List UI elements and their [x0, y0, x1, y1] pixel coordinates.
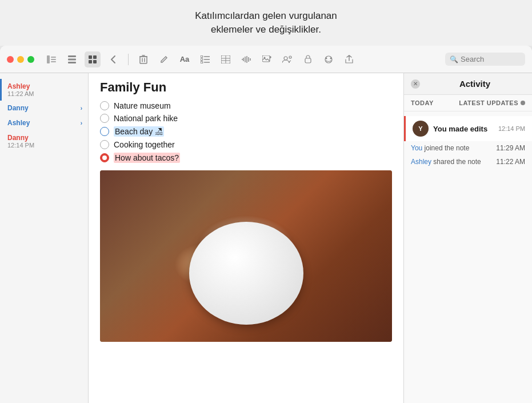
svg-point-35 — [289, 56, 291, 58]
svg-rect-8 — [93, 55, 97, 59]
sidebar-toggle-button[interactable] — [43, 51, 59, 67]
back-button[interactable] — [105, 51, 121, 67]
share-button[interactable] — [341, 51, 357, 67]
grid-view-button[interactable] — [85, 51, 101, 67]
svg-rect-0 — [47, 55, 50, 63]
svg-rect-7 — [89, 55, 92, 59]
activity-sub-name-1: You — [411, 144, 422, 152]
search-icon: 🔍 — [450, 55, 458, 63]
svg-point-17 — [201, 58, 203, 61]
list-view-button[interactable] — [64, 51, 80, 67]
activity-sub-2: Ashley shared the note 11:22 AM — [404, 155, 532, 169]
checklist-item-2[interactable]: National park hike — [100, 112, 392, 125]
svg-point-34 — [284, 57, 287, 60]
svg-point-39 — [330, 57, 332, 59]
fullscreen-button[interactable] — [27, 56, 34, 63]
audio-button[interactable] — [238, 51, 254, 67]
activity-text-1: You made edits — [433, 123, 494, 134]
text-format-button[interactable]: Aa — [177, 51, 193, 67]
activity-header: ✕ Activity — [404, 73, 532, 95]
svg-point-16 — [201, 55, 203, 58]
checklist-text-1: Nature museum — [114, 101, 171, 110]
svg-rect-6 — [68, 62, 76, 63]
lock-button[interactable] — [300, 51, 316, 67]
activity-sub-1: You joined the note 11:29 AM — [404, 141, 532, 155]
sidebar-entry-4[interactable]: Danny 12:14 PM — [0, 130, 88, 152]
checkbox-2[interactable] — [100, 114, 109, 123]
svg-rect-4 — [68, 55, 76, 57]
note-image — [100, 170, 392, 342]
activity-time-1: 12:14 PM — [498, 125, 525, 132]
activity-sub-name-2: Ashley — [411, 158, 431, 166]
checkbox-1[interactable] — [100, 101, 109, 110]
activity-avatar-1: Y — [413, 121, 429, 137]
checkbox-3[interactable] — [100, 127, 109, 136]
activity-latest-label: LATEST UPDATES — [459, 99, 518, 106]
minimize-button[interactable] — [17, 56, 24, 63]
checklist-text-3: Beach day 🏖 — [114, 126, 164, 137]
checkbox-5[interactable] — [100, 153, 109, 162]
tooltip-text: Katılımcılardan gelen vurgulanan eklemel… — [195, 9, 337, 37]
note-header: Family Fun — [89, 73, 403, 99]
activity-today-label: TODAY — [411, 99, 434, 106]
activity-list: Y You made edits 12:14 PM You joined the… — [404, 111, 532, 173]
main-window: Aa — [0, 46, 532, 403]
activity-title: Activity — [425, 79, 525, 89]
note-content[interactable]: Nature museum National park hike Beach d… — [89, 99, 403, 403]
edit-button[interactable] — [156, 51, 172, 67]
svg-rect-5 — [68, 58, 76, 60]
checklist-item-4[interactable]: Cooking together — [100, 138, 392, 151]
checklist-item-3[interactable]: Beach day 🏖 — [100, 125, 392, 138]
activity-item-main-1: Y You made edits 12:14 PM — [413, 121, 525, 137]
sidebar-time-ashley-1: 11:22 AM — [7, 90, 82, 97]
close-button[interactable] — [7, 56, 14, 63]
sidebar-entry-3[interactable]: Ashley› — [0, 115, 88, 130]
svg-rect-11 — [140, 57, 147, 63]
activity-latest-button[interactable]: LATEST UPDATES — [459, 99, 525, 106]
media-button[interactable] — [259, 51, 275, 67]
sidebar: Ashley 11:22 AM Danny› Ashley› Danny 12:… — [0, 73, 89, 403]
svg-rect-36 — [305, 58, 311, 63]
note-area: Family Fun Nature museum National park h… — [89, 73, 403, 403]
sidebar-entry-2[interactable]: Danny› — [0, 101, 88, 115]
delete-button[interactable] — [135, 51, 151, 67]
note-title: Family Fun — [100, 80, 392, 95]
traffic-lights — [7, 56, 34, 63]
checklist-text-5: How about tacos? — [114, 153, 180, 163]
checklist-text-4: Cooking together — [114, 140, 175, 149]
sidebar-entry-1[interactable]: Ashley 11:22 AM — [0, 79, 88, 101]
activity-sub-time-1: 11:29 AM — [496, 144, 525, 152]
activity-section-header: TODAY LATEST UPDATES — [404, 95, 532, 111]
sidebar-time-danny-2: 12:14 PM — [7, 142, 82, 149]
toolbar-separator-1 — [128, 54, 129, 65]
activity-latest-dot — [521, 101, 525, 105]
svg-point-37 — [325, 56, 332, 63]
search-input[interactable] — [461, 55, 518, 63]
svg-rect-3 — [51, 61, 56, 62]
svg-rect-1 — [51, 57, 56, 58]
checklist-item-1[interactable]: Nature museum — [100, 99, 392, 112]
checklist-button[interactable] — [197, 51, 213, 67]
activity-sub-time-2: 11:22 AM — [496, 158, 525, 166]
activity-button[interactable] — [321, 51, 337, 67]
activity-item-1[interactable]: Y You made edits 12:14 PM — [404, 116, 532, 141]
activity-close-button[interactable]: ✕ — [411, 79, 420, 89]
checklist-item-5[interactable]: How about tacos? — [100, 151, 392, 165]
svg-rect-2 — [51, 59, 56, 60]
svg-rect-32 — [262, 55, 270, 62]
collaborate-button[interactable] — [279, 51, 295, 67]
checkbox-4[interactable] — [100, 140, 109, 149]
svg-point-18 — [201, 61, 203, 63]
sidebar-name-ashley-1: Ashley — [7, 82, 82, 90]
svg-point-38 — [326, 57, 327, 59]
search-bar[interactable]: 🔍 — [445, 53, 525, 66]
sidebar-name-danny-2: Danny — [7, 134, 82, 142]
food-image-bg — [100, 170, 392, 342]
svg-rect-9 — [89, 60, 92, 63]
table-button[interactable] — [218, 51, 234, 67]
food-plate — [189, 222, 303, 325]
activity-sub-text-1: You joined the note — [411, 144, 469, 152]
activity-sub-text-2: Ashley shared the note — [411, 158, 481, 166]
svg-rect-10 — [93, 60, 97, 63]
activity-panel: ✕ Activity TODAY LATEST UPDATES Y You ma… — [403, 73, 532, 403]
